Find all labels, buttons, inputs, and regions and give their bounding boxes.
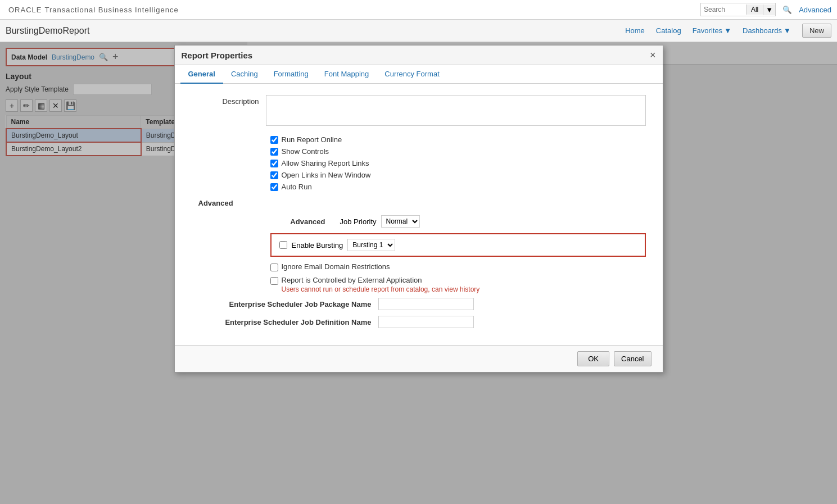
- checkbox-row-show_controls: Show Controls: [270, 147, 646, 156]
- job-priority-label: Job Priority: [340, 217, 377, 226]
- dialog-title: Report Properties: [182, 51, 253, 60]
- enterprise-field-input[interactable]: [378, 298, 474, 310]
- tab-caching[interactable]: Caching: [223, 65, 266, 84]
- favorites-chevron-icon: ▼: [724, 26, 731, 35]
- search-submit-button[interactable]: 🔍: [780, 4, 794, 15]
- bursting-label: Enable Bursting: [292, 241, 343, 249]
- dialog-tabs: GeneralCachingFormattingFont MappingCurr…: [175, 65, 663, 84]
- dashboards-link[interactable]: Dashboards ▼: [743, 26, 791, 35]
- external-app-text-block: Report is Controlled by External Applica…: [282, 276, 480, 293]
- dialog-footer: OK Cancel: [175, 345, 663, 372]
- second-navigation: BurstingDemoReport Home Catalog Favorite…: [0, 20, 837, 42]
- top-navigation: ORACLETransactional Business Intelligenc…: [0, 0, 837, 20]
- oracle-text: ORACLE: [8, 6, 42, 14]
- dialog-body: Description Run Report Online Show Contr…: [175, 84, 663, 345]
- dashboards-chevron-icon: ▼: [784, 26, 791, 35]
- job-priority-row: Advanced Job Priority NormalHighLow: [270, 215, 646, 228]
- tab-currency_format[interactable]: Currency Format: [377, 65, 447, 84]
- search-box[interactable]: All ▼: [700, 3, 776, 16]
- tab-general[interactable]: General: [180, 65, 223, 84]
- top-nav-right: All ▼ 🔍 Advanced: [700, 3, 831, 16]
- second-nav-right: Home Catalog Favorites ▼ Dashboards ▼ Ne…: [625, 24, 831, 38]
- favorites-link[interactable]: Favorites ▼: [693, 26, 731, 35]
- enterprise-field-input[interactable]: [378, 316, 474, 328]
- checkbox-row-auto_run: Auto Run: [270, 183, 646, 191]
- enterprise-field-row: Enterprise Scheduler Job Package Name: [214, 298, 646, 310]
- dialog-close-button[interactable]: ×: [650, 50, 656, 60]
- checkbox-allow_sharing[interactable]: [270, 160, 278, 167]
- bursting-select[interactable]: Bursting 1Bursting 2: [347, 239, 395, 251]
- dashboards-label: Dashboards: [743, 26, 782, 35]
- enable-bursting-checkbox[interactable]: [279, 241, 287, 249]
- label-run_online: Run Report Online: [282, 135, 342, 144]
- bursting-box: Enable Bursting Bursting 1Bursting 2: [270, 233, 646, 257]
- label-show_controls: Show Controls: [282, 147, 329, 156]
- external-app-sublabel: Users cannot run or schedule report from…: [282, 285, 480, 293]
- more-checkboxes: Ignore Email Domain Restrictions Report …: [270, 262, 646, 293]
- catalog-link[interactable]: Catalog: [656, 26, 681, 35]
- search-input[interactable]: [701, 4, 746, 15]
- checkbox-auto_run[interactable]: [270, 183, 278, 191]
- description-textarea[interactable]: [266, 95, 646, 126]
- job-priority-select[interactable]: NormalHighLow: [381, 215, 420, 228]
- enterprise-fields: Enterprise Scheduler Job Package Name En…: [192, 298, 646, 328]
- external-app-label: Report is Controlled by External Applica…: [282, 276, 422, 284]
- enterprise-field-row: Enterprise Scheduler Job Definition Name: [214, 316, 646, 328]
- new-button[interactable]: New: [802, 24, 831, 38]
- advanced-header-row: Advanced: [270, 199, 646, 207]
- page-title: BurstingDemoReport: [6, 26, 89, 36]
- search-dropdown-icon[interactable]: ▼: [763, 4, 775, 15]
- ignore-email-checkbox[interactable]: [270, 264, 278, 271]
- main-area: Data Model BurstingDemo 🔍 + Layout Apply…: [0, 42, 837, 504]
- label-auto_run: Auto Run: [282, 183, 312, 191]
- search-scope[interactable]: All: [746, 4, 763, 15]
- checkbox-row-open_links: Open Links in New Window: [270, 171, 646, 179]
- ignore-email-row: Ignore Email Domain Restrictions: [270, 262, 646, 271]
- external-app-row: Report is Controlled by External Applica…: [270, 276, 646, 293]
- advanced-section-label: Advanced: [264, 217, 325, 226]
- tab-font_mapping[interactable]: Font Mapping: [316, 65, 377, 84]
- tab-formatting[interactable]: Formatting: [266, 65, 316, 84]
- external-app-checkbox[interactable]: [270, 277, 278, 285]
- checkbox-row-allow_sharing: Allow Sharing Report Links: [270, 159, 646, 167]
- description-row: Description: [192, 95, 646, 128]
- advanced-section: Advanced: [192, 199, 646, 207]
- checkbox-open_links[interactable]: [270, 171, 278, 179]
- dialog-overlay: Report Properties × GeneralCachingFormat…: [0, 42, 837, 504]
- checkbox-show_controls[interactable]: [270, 148, 278, 156]
- dialog-header: Report Properties ×: [175, 46, 663, 65]
- oracle-logo: ORACLETransactional Business Intelligenc…: [6, 4, 179, 15]
- advanced-link[interactable]: Advanced: [799, 6, 831, 14]
- checkbox-run_online[interactable]: [270, 136, 278, 144]
- description-label: Description: [192, 95, 259, 106]
- cancel-button[interactable]: Cancel: [614, 351, 651, 366]
- checkbox-row-run_online: Run Report Online: [270, 135, 646, 144]
- enterprise-field-label: Enterprise Scheduler Job Definition Name: [214, 318, 372, 326]
- label-open_links: Open Links in New Window: [282, 171, 371, 179]
- app-title: Transactional Business Intelligence: [44, 6, 178, 14]
- enterprise-field-label: Enterprise Scheduler Job Package Name: [214, 300, 372, 308]
- ignore-email-label: Ignore Email Domain Restrictions: [282, 262, 390, 271]
- favorites-label: Favorites: [693, 26, 722, 35]
- label-allow_sharing: Allow Sharing Report Links: [282, 159, 369, 167]
- home-link[interactable]: Home: [625, 26, 645, 35]
- checkboxes-section: Run Report Online Show Controls Allow Sh…: [270, 135, 646, 191]
- report-properties-dialog: Report Properties × GeneralCachingFormat…: [174, 45, 663, 373]
- description-field: [266, 95, 646, 128]
- ok-button[interactable]: OK: [577, 351, 609, 366]
